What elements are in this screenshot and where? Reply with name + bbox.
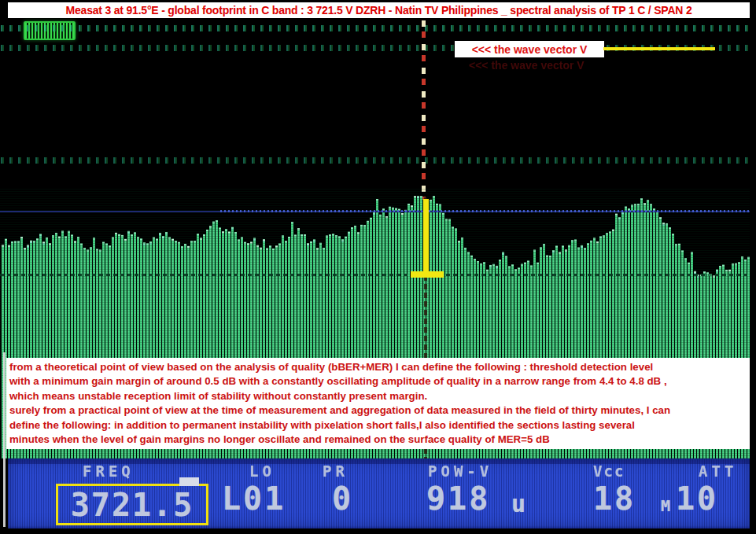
gain-margin-marker-base — [411, 271, 444, 278]
analysis-line: minutes when the level of gain margins n… — [9, 433, 750, 447]
analysis-notes-box: from a theoretical point of view based o… — [6, 358, 750, 449]
wave-vector-ghost-text: <<< the wave vector V — [469, 59, 585, 72]
analysis-line: define the following: in addition to per… — [9, 418, 750, 433]
dotted-grid-row — [0, 25, 750, 31]
spectrum-analyzer-screen: Measat 3 at 91.5°E - global footprint in… — [0, 0, 756, 534]
reference-level-dotted-line — [220, 210, 750, 212]
screen-left-edge-line — [3, 352, 6, 527]
wave-vector-label: <<< the wave vector V — [472, 43, 588, 56]
att-prefix: M — [661, 496, 670, 515]
dotted-grid-row — [0, 157, 750, 164]
pow-v-label: POW-V — [428, 462, 492, 480]
analysis-line: with a minimum gain margin of around 0.5… — [9, 374, 750, 389]
freq-label: FREQ — [83, 462, 135, 480]
wave-vector-pointer-line — [603, 47, 715, 50]
pow-v-unit: u — [511, 490, 526, 517]
pr-label: PR — [323, 462, 348, 480]
analysis-line: surely from a practical point of view at… — [9, 403, 750, 418]
att-value: 10 — [676, 481, 718, 517]
vcc-value: 18 — [593, 481, 636, 517]
pr-value: 0 — [332, 481, 353, 517]
meter-readout-panel: FREQ 3721.5 LO L01 PR 0 POW-V 918 u Vcc … — [8, 459, 750, 528]
digit-edit-cursor — [179, 477, 199, 486]
att-label: ATT — [699, 462, 737, 480]
analysis-line: from a theoretical point of view based o… — [9, 360, 750, 374]
page-title: Measat 3 at 91.5°E - global footprint in… — [66, 4, 692, 17]
wave-vector-annotation: <<< the wave vector V — [455, 41, 604, 57]
freq-value: 3721.5 — [71, 487, 194, 523]
lo-value: L01 — [222, 481, 286, 517]
freq-value-field[interactable]: 3721.5 — [56, 484, 208, 525]
analysis-line: which means unstable reception limit of … — [9, 389, 750, 403]
vcc-label: Vcc — [593, 462, 625, 480]
lo-label: LO — [249, 462, 275, 480]
title-bar: Measat 3 at 91.5°E - global footprint in… — [8, 2, 750, 18]
gain-margin-marker-vertical — [423, 199, 429, 276]
center-frequency-dashed-marker — [422, 20, 426, 200]
pow-v-value: 918 — [426, 481, 490, 517]
